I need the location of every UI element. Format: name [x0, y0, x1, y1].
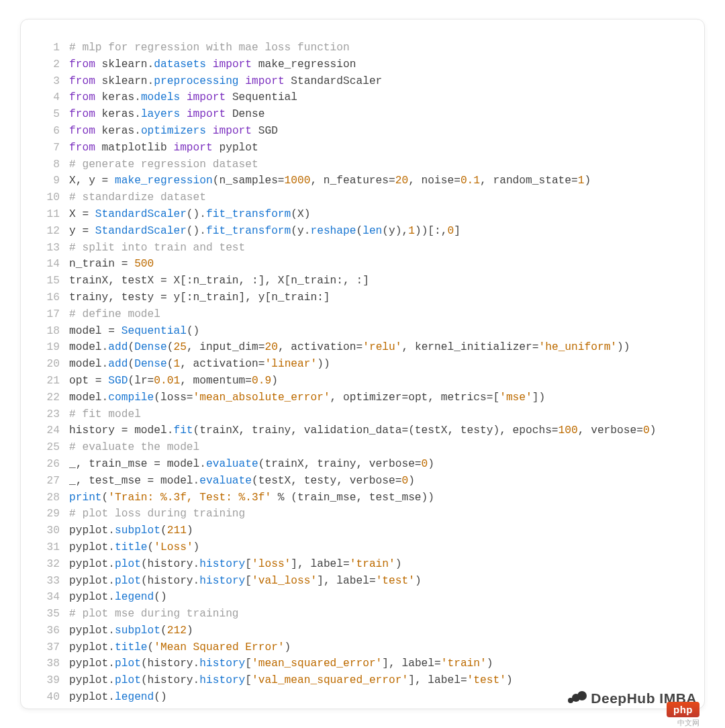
- code-line[interactable]: 8# generate regression dataset: [21, 156, 687, 173]
- code-content[interactable]: from keras.optimizers import SGD: [69, 123, 278, 140]
- line-number: 8: [21, 156, 69, 173]
- code-line[interactable]: 27_, test_mse = model.evaluate(testX, te…: [21, 473, 687, 490]
- code-line[interactable]: 14n_train = 500: [21, 256, 687, 273]
- code-line[interactable]: 21opt = SGD(lr=0.01, momentum=0.9): [21, 373, 687, 390]
- code-content[interactable]: pyplot.subplot(211): [69, 522, 193, 539]
- code-line[interactable]: 34pyplot.legend(): [21, 589, 687, 606]
- code-line[interactable]: 24history = model.fit(trainX, trainy, va…: [21, 422, 687, 439]
- code-block[interactable]: 1# mlp for regression with mae loss func…: [21, 19, 704, 709]
- token-str: 'train': [441, 657, 487, 670]
- code-line[interactable]: 20model.add(Dense(1, activation='linear'…: [21, 356, 687, 373]
- code-line[interactable]: 1# mlp for regression with mae loss func…: [21, 40, 687, 56]
- code-line[interactable]: 7from matplotlib import pyplot: [21, 140, 687, 156]
- code-line[interactable]: 31pyplot.title('Loss'): [21, 539, 687, 556]
- code-line[interactable]: 36pyplot.subplot(212): [21, 623, 687, 639]
- code-content[interactable]: _, train_mse = model.evaluate(trainX, tr…: [69, 456, 434, 473]
- code-content[interactable]: X, y = make_regression(n_samples=1000, n…: [69, 173, 591, 189]
- code-line[interactable]: 39pyplot.plot(history.history['val_mean_…: [21, 672, 687, 689]
- token-id: pyplot: [69, 674, 108, 686]
- code-content[interactable]: pyplot.legend(): [69, 689, 167, 706]
- code-line[interactable]: 19model.add(Dense(25, input_dim=20, acti…: [21, 339, 687, 356]
- code-line[interactable]: 29# plot loss during training: [21, 506, 687, 522]
- code-line[interactable]: 9X, y = make_regression(n_samples=1000, …: [21, 173, 687, 189]
- token-fn: Dense: [134, 358, 167, 370]
- code-content[interactable]: from sklearn.datasets import make_regres…: [69, 56, 356, 73]
- code-content[interactable]: print('Train: %.3f, Test: %.3f' % (train…: [69, 490, 434, 506]
- code-line[interactable]: 38pyplot.plot(history.history['mean_squa…: [21, 655, 687, 672]
- code-line[interactable]: 23# fit model: [21, 406, 687, 423]
- code-content[interactable]: y = StandardScaler().fit_transform(y.res…: [69, 223, 461, 240]
- code-line[interactable]: 17# define model: [21, 306, 687, 323]
- code-line[interactable]: 22model.compile(loss='mean_absolute_erro…: [21, 390, 687, 406]
- code-line[interactable]: 6from keras.optimizers import SGD: [21, 123, 687, 140]
- token-op: .: [102, 341, 109, 353]
- code-line[interactable]: 10# standardize dataset: [21, 189, 687, 206]
- token-op: .: [193, 475, 200, 487]
- code-line[interactable]: 12y = StandardScaler().fit_transform(y.r…: [21, 223, 687, 240]
- code-line[interactable]: 28print('Train: %.3f, Test: %.3f' % (tra…: [21, 490, 687, 506]
- code-content[interactable]: # fit model: [69, 406, 141, 423]
- code-content[interactable]: pyplot.subplot(212): [69, 623, 193, 639]
- code-content[interactable]: _, test_mse = model.evaluate(testX, test…: [69, 473, 415, 490]
- code-content[interactable]: # split into train and test: [69, 240, 245, 257]
- code-content[interactable]: # generate regression dataset: [69, 156, 258, 173]
- code-content[interactable]: # plot loss during training: [69, 506, 245, 522]
- code-line[interactable]: 11X = StandardScaler().fit_transform(X): [21, 206, 687, 223]
- code-content[interactable]: trainy, testy = y[:n_train], y[n_train:]: [69, 289, 330, 306]
- code-line[interactable]: 3from sklearn.preprocessing import Stand…: [21, 73, 687, 90]
- token-op: .: [108, 691, 115, 703]
- code-content[interactable]: # plot mse during training: [69, 606, 239, 623]
- code-content[interactable]: pyplot.plot(history.history['val_loss'],…: [69, 573, 422, 590]
- code-content[interactable]: model.compile(loss='mean_absolute_error'…: [69, 390, 545, 406]
- code-content[interactable]: from keras.models import Sequential: [69, 89, 297, 106]
- code-content[interactable]: model.add(Dense(25, input_dim=20, activa…: [69, 339, 630, 356]
- token-id: (history: [141, 575, 193, 587]
- token-id: ): [415, 575, 422, 587]
- code-content[interactable]: X = StandardScaler().fit_transform(X): [69, 206, 310, 223]
- code-content[interactable]: # standardize dataset: [69, 189, 206, 206]
- token-id: (X): [291, 208, 310, 220]
- code-content[interactable]: from keras.layers import Dense: [69, 106, 264, 123]
- code-line[interactable]: 33pyplot.plot(history.history['val_loss'…: [21, 573, 687, 590]
- code-content[interactable]: # evaluate the model: [69, 439, 199, 456]
- code-content[interactable]: pyplot.legend(): [69, 589, 167, 606]
- code-line[interactable]: 25# evaluate the model: [21, 439, 687, 456]
- code-content[interactable]: pyplot.show(): [69, 706, 154, 709]
- code-content[interactable]: pyplot.plot(history.history['loss'], lab…: [69, 556, 401, 573]
- code-content[interactable]: from sklearn.preprocessing import Standa…: [69, 73, 382, 90]
- code-line[interactable]: 13# split into train and test: [21, 240, 687, 257]
- code-content[interactable]: model.add(Dense(1, activation='linear')): [69, 356, 330, 373]
- code-line[interactable]: 26_, train_mse = model.evaluate(trainX, …: [21, 456, 687, 473]
- code-content[interactable]: trainX, testX = X[:n_train, :], X[n_trai…: [69, 273, 369, 289]
- token-str: 'Loss': [154, 541, 193, 553]
- code-line[interactable]: 5from keras.layers import Dense: [21, 106, 687, 123]
- line-number: 10: [21, 189, 69, 206]
- code-content[interactable]: # define model: [69, 306, 160, 323]
- code-content[interactable]: n_train = 500: [69, 256, 154, 273]
- token-fn: optimizers: [141, 125, 206, 137]
- code-content[interactable]: # mlp for regression with mae loss funct…: [69, 40, 350, 56]
- code-content[interactable]: history = model.fit(trainX, trainy, vali…: [69, 422, 656, 439]
- token-id: keras: [95, 108, 134, 120]
- token-id: sklearn: [95, 75, 148, 87]
- token-fn: reshape: [310, 225, 356, 237]
- code-content[interactable]: from matplotlib import pyplot: [69, 140, 258, 156]
- code-line[interactable]: 18model = Sequential(): [21, 323, 687, 340]
- code-line[interactable]: 2from sklearn.datasets import make_regre…: [21, 56, 687, 73]
- code-line[interactable]: 15trainX, testX = X[:n_train, :], X[n_tr…: [21, 273, 687, 289]
- token-id: ): [650, 424, 657, 437]
- token-id: ): [187, 525, 193, 537]
- code-line[interactable]: 35# plot mse during training: [21, 606, 687, 623]
- code-content[interactable]: pyplot.title('Mean Squared Error'): [69, 639, 291, 656]
- code-line[interactable]: 4from keras.models import Sequential: [21, 89, 687, 106]
- code-content[interactable]: pyplot.plot(history.history['mean_square…: [69, 655, 493, 672]
- code-line[interactable]: 32pyplot.plot(history.history['loss'], l…: [21, 556, 687, 573]
- code-line[interactable]: 37pyplot.title('Mean Squared Error'): [21, 639, 687, 656]
- code-line[interactable]: 30pyplot.subplot(211): [21, 522, 687, 539]
- code-line[interactable]: 16trainy, testy = y[:n_train], y[n_train…: [21, 289, 687, 306]
- code-content[interactable]: pyplot.title('Loss'): [69, 539, 199, 556]
- code-content[interactable]: model = Sequential(): [69, 323, 199, 340]
- code-content[interactable]: opt = SGD(lr=0.01, momentum=0.9): [69, 373, 278, 390]
- code-content[interactable]: pyplot.plot(history.history['val_mean_sq…: [69, 672, 513, 689]
- token-fn: datasets: [154, 58, 206, 71]
